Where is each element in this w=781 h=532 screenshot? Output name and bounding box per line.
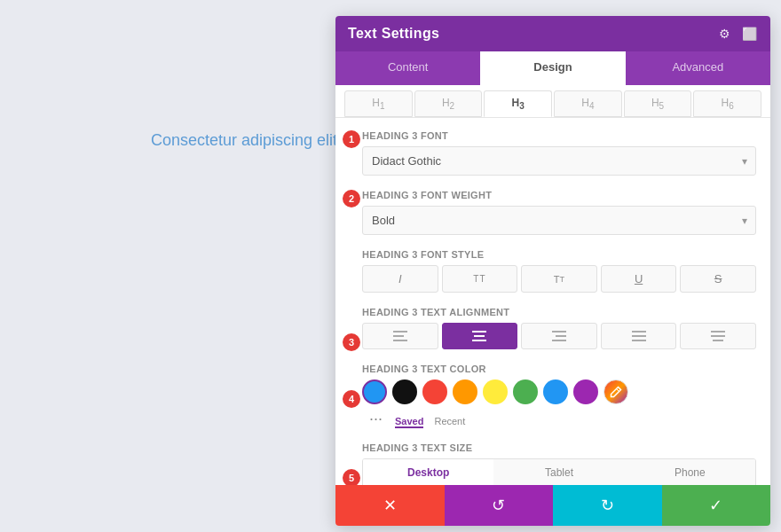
svg-rect-7 xyxy=(556,335,566,337)
heading-tab-h4[interactable]: H4 xyxy=(554,90,622,117)
font-label: Heading 3 Font xyxy=(362,130,756,141)
panel-footer: ✕ ↺ ↻ ✓ xyxy=(335,485,770,526)
reset-button[interactable]: ↺ xyxy=(445,485,554,526)
background-text: Consectetur adipiscing elit xyxy=(151,131,337,150)
panel-header: Text Settings ⚙ ⬜ xyxy=(335,16,770,51)
svg-rect-13 xyxy=(711,335,725,337)
color-swatch-black[interactable] xyxy=(392,379,417,404)
svg-rect-12 xyxy=(711,331,725,332)
svg-rect-9 xyxy=(632,331,646,332)
svg-rect-6 xyxy=(552,331,566,332)
font-style-section: Heading 3 Font Style I TT TT U S xyxy=(350,249,756,293)
font-weight-select-wrapper: Bold Normal Light ▾ xyxy=(362,206,756,235)
cancel-button[interactable]: ✕ xyxy=(335,485,445,526)
heading-tab-h6[interactable]: H6 xyxy=(693,90,761,117)
text-color-section: 4 Heading 3 Text Color ··· xyxy=(350,364,756,428)
color-swatch-blue[interactable] xyxy=(362,379,387,404)
font-weight-select[interactable]: Bold Normal Light xyxy=(362,206,756,235)
badge-5: 5 xyxy=(343,469,360,485)
settings-icon[interactable]: ⚙ xyxy=(715,25,733,43)
align-center-button[interactable] xyxy=(442,323,518,349)
color-swatch-blue2[interactable] xyxy=(543,379,568,404)
main-tabs: Content Design Advanced xyxy=(335,51,770,85)
font-style-label: Heading 3 Font Style xyxy=(362,249,756,260)
panel-body: 1 Heading 3 Font Didact Gothic Arial Geo… xyxy=(335,118,770,485)
badge-3: 3 xyxy=(343,333,360,351)
svg-rect-14 xyxy=(713,340,723,341)
heading-tabs: H1 H2 H3 H4 H5 H6 xyxy=(335,85,770,118)
size-tab-tablet[interactable]: Tablet xyxy=(493,459,624,485)
size-tabs: Desktop Tablet Phone xyxy=(362,458,756,485)
panel-title: Text Settings xyxy=(348,26,439,42)
text-alignment-section: 3 Heading 3 Text Alignment xyxy=(350,307,756,349)
heading-tab-h5[interactable]: H5 xyxy=(624,90,692,117)
save-button[interactable]: ✓ xyxy=(662,485,771,526)
badge-4: 4 xyxy=(343,390,360,408)
align-right-button[interactable] xyxy=(521,323,597,349)
heading-tab-h2[interactable]: H2 xyxy=(414,90,483,117)
svg-rect-1 xyxy=(393,335,404,337)
expand-icon[interactable]: ⬜ xyxy=(740,25,758,43)
redo-button[interactable]: ↻ xyxy=(553,485,662,526)
strikethrough-button[interactable]: S xyxy=(680,265,756,293)
underline-button[interactable]: U xyxy=(601,265,677,293)
color-picker-button[interactable] xyxy=(604,379,628,404)
svg-rect-11 xyxy=(632,340,646,341)
text-size-label: Heading 3 Text Size xyxy=(362,442,756,453)
color-swatch-red[interactable] xyxy=(422,379,447,404)
svg-rect-10 xyxy=(632,335,646,337)
italic-button[interactable]: I xyxy=(362,265,438,293)
svg-rect-5 xyxy=(472,340,486,341)
font-select-wrapper: Didact Gothic Arial Georgia ▾ xyxy=(362,146,756,176)
text-alignment-buttons xyxy=(362,323,756,349)
heading-tab-h3[interactable]: H3 xyxy=(484,90,552,117)
align-justify-button[interactable] xyxy=(601,323,677,349)
size-tab-desktop[interactable]: Desktop xyxy=(363,459,493,485)
color-swatch-purple[interactable] xyxy=(573,379,598,404)
color-swatch-yellow[interactable] xyxy=(483,379,508,404)
color-tab-saved[interactable]: Saved xyxy=(395,416,423,428)
font-section: 1 Heading 3 Font Didact Gothic Arial Geo… xyxy=(350,130,756,176)
svg-rect-3 xyxy=(472,331,486,332)
text-color-label: Heading 3 Text Color xyxy=(362,364,756,374)
color-tab-recent[interactable]: Recent xyxy=(434,416,465,428)
tab-content[interactable]: Content xyxy=(335,51,480,85)
color-swatch-green[interactable] xyxy=(513,379,538,404)
svg-rect-4 xyxy=(474,335,485,337)
heading-tab-h1[interactable]: H1 xyxy=(344,90,413,117)
tab-advanced[interactable]: Advanced xyxy=(626,51,770,85)
badge-1: 1 xyxy=(343,130,360,148)
text-size-section: 5 Heading 3 Text Size Desktop Tablet Pho… xyxy=(350,442,756,485)
size-tab-phone[interactable]: Phone xyxy=(625,459,755,485)
tab-design[interactable]: Design xyxy=(480,51,625,85)
svg-rect-2 xyxy=(393,340,407,341)
color-tabs: Saved Recent xyxy=(393,416,465,428)
color-more-button[interactable]: ··· xyxy=(366,410,386,428)
svg-rect-8 xyxy=(552,340,566,341)
font-weight-label: Heading 3 Font Weight xyxy=(362,190,756,200)
svg-rect-0 xyxy=(393,331,407,332)
align-left-button[interactable] xyxy=(362,323,438,349)
panel-header-icons: ⚙ ⬜ xyxy=(715,25,758,43)
color-swatch-orange[interactable] xyxy=(453,379,477,404)
badge-2: 2 xyxy=(343,190,360,207)
small-caps-button[interactable]: TT xyxy=(442,265,518,293)
font-select[interactable]: Didact Gothic Arial Georgia xyxy=(362,146,756,176)
color-swatches-row xyxy=(362,379,756,404)
font-style-buttons: I TT TT U S xyxy=(362,265,756,293)
text-alignment-label: Heading 3 Text Alignment xyxy=(362,307,756,317)
font-weight-section: 2 Heading 3 Font Weight Bold Normal Ligh… xyxy=(350,190,756,235)
capitalize-button[interactable]: TT xyxy=(521,265,597,293)
align-justify2-button[interactable] xyxy=(680,323,756,349)
text-settings-panel: Text Settings ⚙ ⬜ Content Design Advance… xyxy=(335,16,770,526)
